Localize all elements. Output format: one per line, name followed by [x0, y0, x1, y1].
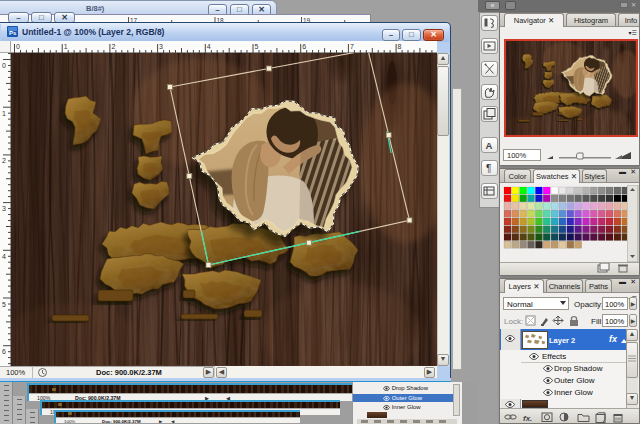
svg-text:5: 5: [2, 301, 6, 308]
svg-text:7: 7: [350, 43, 354, 50]
svg-text:Ps: Ps: [9, 30, 17, 36]
svg-text:6: 6: [2, 348, 6, 355]
svg-text:2: 2: [2, 157, 6, 164]
svg-text:1: 1: [2, 110, 6, 117]
svg-text:3: 3: [2, 205, 6, 212]
svg-text:1: 1: [64, 43, 68, 50]
svg-text:4: 4: [2, 253, 6, 260]
svg-text:4: 4: [207, 43, 211, 50]
svg-text:0: 0: [16, 43, 20, 50]
svg-text:3: 3: [159, 43, 163, 50]
svg-text:6: 6: [302, 43, 306, 50]
svg-text:8: 8: [398, 43, 402, 50]
svg-text:A: A: [486, 140, 493, 151]
svg-text:¶: ¶: [486, 163, 491, 174]
svg-text:5: 5: [255, 43, 259, 50]
svg-text:2: 2: [111, 43, 115, 50]
svg-text:0: 0: [2, 62, 6, 69]
svg-text:fx.: fx.: [523, 414, 532, 423]
